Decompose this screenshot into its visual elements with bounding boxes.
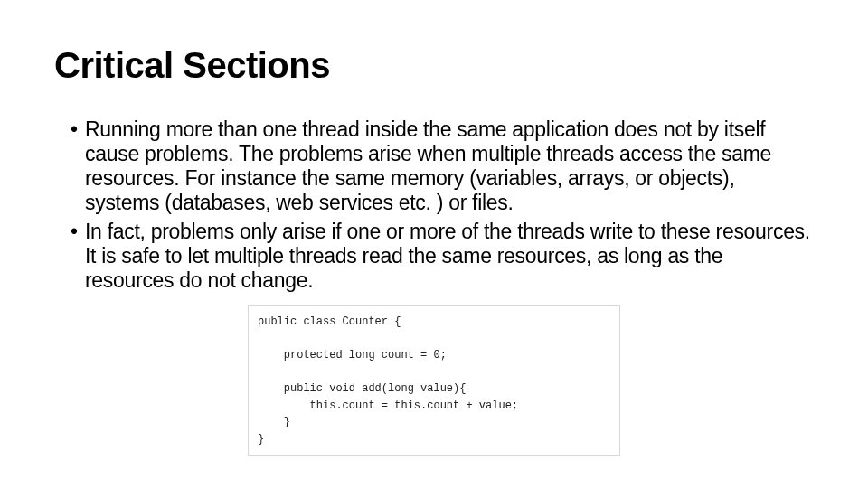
slide-title: Critical Sections <box>54 45 814 85</box>
bullet-item: In fact, problems only arise if one or m… <box>71 220 814 293</box>
bullet-item: Running more than one thread inside the … <box>71 117 814 216</box>
code-line: this.count = this.count + value; <box>258 399 518 412</box>
code-snippet: public class Counter { protected long co… <box>248 305 620 456</box>
code-line: protected long count = 0; <box>258 349 447 361</box>
bullet-list: Running more than one thread inside the … <box>54 117 814 293</box>
slide: Critical Sections Running more than one … <box>0 0 868 488</box>
code-line: public void add(long value){ <box>258 382 466 395</box>
code-line: } <box>258 433 264 446</box>
code-line: } <box>258 416 290 428</box>
code-line: public class Counter { <box>258 315 401 328</box>
